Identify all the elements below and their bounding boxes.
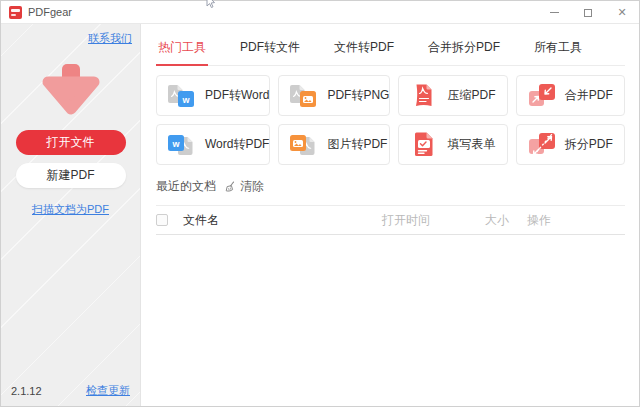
title-bar: PDFgear ✕: [1, 1, 639, 24]
fill-form-icon: [407, 130, 441, 160]
pdfgear-logo-icon: [9, 6, 22, 19]
check-update-link[interactable]: 检查更新: [86, 383, 130, 398]
window-title: PDFgear: [28, 6, 72, 18]
version-label: 2.1.12: [11, 385, 42, 397]
tool-card-merge-pdf[interactable]: 合并PDF: [516, 75, 625, 116]
tool-card-pdf-to-png[interactable]: PDF转PNG: [278, 75, 390, 116]
clear-recent-label: 清除: [240, 178, 264, 195]
tab-hot-tools[interactable]: 热门工具: [156, 30, 208, 66]
close-button[interactable]: ✕: [605, 1, 639, 24]
scan-to-pdf-link[interactable]: 扫描文档为PDF: [32, 202, 109, 217]
tab-file-to-pdf[interactable]: 文件转PDF: [332, 30, 396, 66]
recent-docs-header: 最近的文档 清除: [156, 178, 625, 206]
new-pdf-button[interactable]: 新建PDF: [16, 163, 126, 188]
tool-card-label: 压缩PDF: [447, 87, 495, 104]
tool-card-split-pdf[interactable]: 拆分PDF: [516, 124, 625, 165]
pdfgear-window: PDFgear ✕ 联系我们 打开文件 新建PDF 扫描文档为PDF 2.: [0, 0, 640, 407]
compress-pdf-icon: [407, 81, 441, 111]
tool-card-label: 拆分PDF: [565, 136, 613, 153]
tool-card-fill-form[interactable]: 填写表单: [398, 124, 507, 165]
tool-tabs: 热门工具PDF转文件文件转PDF合并拆分PDF所有工具: [156, 30, 625, 66]
column-header-size: 大小: [485, 212, 527, 229]
main-panel: 热门工具PDF转文件文件转PDF合并拆分PDF所有工具 wPDF转WordPDF…: [141, 24, 639, 406]
maximize-icon: [584, 9, 592, 17]
tool-card-image-to-pdf[interactable]: 图片转PDF: [278, 124, 390, 165]
pdf-to-word-icon: w: [165, 81, 199, 111]
minimize-icon: [550, 12, 559, 13]
tool-card-label: PDF转Word: [205, 87, 269, 104]
svg-text:w: w: [181, 95, 190, 105]
mouse-cursor-icon: [204, 0, 217, 10]
sidebar: 联系我们 打开文件 新建PDF 扫描文档为PDF 2.1.12 检查更新: [1, 24, 141, 406]
column-header-file-name: 文件名: [183, 212, 382, 229]
merge-pdf-icon: [525, 81, 559, 111]
window-controls: ✕: [537, 1, 639, 24]
tool-card-label: PDF转PNG: [327, 87, 389, 104]
clear-recent-button[interactable]: 清除: [224, 178, 264, 195]
svg-text:w: w: [171, 139, 180, 149]
column-header-action: 操作: [527, 212, 625, 229]
tool-card-pdf-to-word[interactable]: wPDF转Word: [156, 75, 270, 116]
tool-card-label: 填写表单: [447, 136, 495, 153]
contact-us-link[interactable]: 联系我们: [88, 31, 132, 46]
recent-docs-table-header: 文件名打开时间大小操作: [156, 206, 625, 235]
close-icon: ✕: [617, 7, 626, 18]
tool-card-label: Word转PDF: [205, 136, 269, 153]
download-arrow-icon: [35, 62, 107, 118]
maximize-button[interactable]: [571, 1, 605, 24]
pdf-to-png-icon: [287, 81, 321, 111]
tab-merge-split-pdf[interactable]: 合并拆分PDF: [426, 30, 502, 66]
tool-card-label: 图片转PDF: [327, 136, 387, 153]
sidebar-footer: 2.1.12 检查更新: [11, 383, 130, 398]
tool-card-compress-pdf[interactable]: 压缩PDF: [398, 75, 507, 116]
word-to-pdf-icon: w: [165, 130, 199, 160]
column-header-open-time: 打开时间: [382, 212, 485, 229]
tool-cards-grid: wPDF转WordPDF转PNG压缩PDF合并PDFwWord转PDF图片转PD…: [156, 75, 625, 165]
open-file-button[interactable]: 打开文件: [16, 130, 126, 155]
tool-card-label: 合并PDF: [565, 87, 613, 104]
tab-all-tools[interactable]: 所有工具: [532, 30, 584, 66]
tool-card-word-to-pdf[interactable]: wWord转PDF: [156, 124, 270, 165]
image-to-pdf-icon: [287, 130, 321, 160]
tab-pdf-to-file[interactable]: PDF转文件: [238, 30, 302, 66]
minimize-button[interactable]: [537, 1, 571, 24]
broom-icon: [224, 181, 237, 193]
split-pdf-icon: [525, 130, 559, 160]
select-all-checkbox[interactable]: [156, 214, 168, 226]
recent-docs-empty-area: [156, 235, 625, 406]
recent-docs-title: 最近的文档: [156, 178, 216, 195]
